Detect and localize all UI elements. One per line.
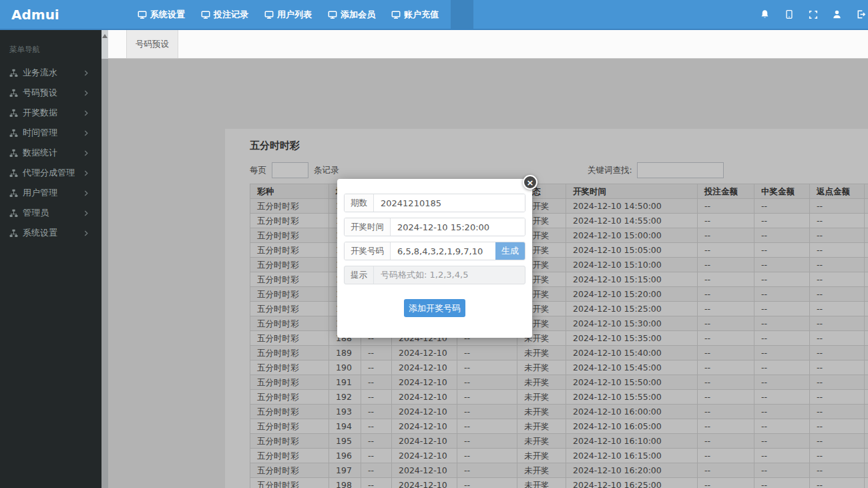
sidebar-menu: 业务流水号码预设开奖数据时间管理数据统计代理分成管理用户管理管理员系统设置 — [0, 63, 101, 243]
sidebar-item-label: 数据统计 — [23, 147, 57, 159]
bell-button[interactable] — [759, 9, 771, 19]
chevron-right-icon — [83, 90, 89, 96]
navbar-item[interactable]: 账户充值 — [387, 0, 443, 29]
sidebar-item-label: 系统设置 — [23, 227, 57, 239]
modal-fields: 期数开奖时间开奖号码生成提示号码格式如: 1,2,3,4,5 — [344, 194, 525, 284]
tab-bar: 号码预设 — [108, 30, 868, 59]
tab-label: 号码预设 — [136, 39, 169, 50]
sidebar-item-label: 代理分成管理 — [23, 167, 75, 179]
draw-numbers-group: 开奖号码生成 — [344, 242, 525, 260]
chevron-right-icon — [83, 190, 89, 196]
navbar-item[interactable]: 用户列表 — [260, 0, 316, 29]
chevron-right-icon — [83, 150, 89, 156]
user-button[interactable] — [831, 9, 843, 19]
sidebar-item[interactable]: 数据统计 — [0, 143, 101, 163]
sidebar-item[interactable]: 用户管理 — [0, 183, 101, 203]
tablet-icon — [785, 9, 794, 19]
brand-name: Admui — [11, 7, 59, 23]
puzzle-icon — [9, 89, 18, 97]
sidebar-item-label: 业务流水 — [23, 67, 57, 79]
sidebar-item[interactable]: 代理分成管理 — [0, 163, 101, 183]
monitor-icon — [328, 10, 337, 19]
navbar-right-icons — [759, 9, 868, 19]
chevron-right-icon — [83, 210, 89, 216]
fullscreen-icon — [809, 10, 818, 19]
puzzle-icon — [9, 129, 18, 138]
sidebar-item[interactable]: 系统设置 — [0, 223, 101, 243]
navbar-item-label: 投注记录 — [214, 9, 248, 21]
top-navbar: Admui 系统设置投注记录用户列表添加会员账户充值 — [0, 0, 868, 30]
user-icon — [832, 9, 842, 19]
draw-time-group: 开奖时间 — [344, 218, 525, 236]
navbar-item[interactable]: 添加会员 — [324, 0, 379, 29]
sidebar-item-label: 时间管理 — [23, 127, 57, 139]
navbar-item-label: 系统设置 — [150, 9, 185, 21]
monitor-icon — [264, 10, 274, 19]
sidebar-item-label: 用户管理 — [23, 187, 57, 199]
tablet-button[interactable] — [783, 9, 795, 19]
logout-icon — [856, 9, 866, 19]
monitor-icon — [391, 10, 401, 19]
puzzle-icon — [9, 209, 18, 218]
navbar-item-label: 账户充值 — [404, 9, 439, 21]
sidebar-item[interactable]: 开奖数据 — [0, 103, 101, 123]
puzzle-icon — [9, 229, 18, 238]
hint-text: 号码格式如: 1,2,3,4,5 — [374, 266, 525, 284]
logout-button[interactable] — [855, 9, 867, 19]
more-menu-button[interactable] — [451, 0, 473, 29]
add-draw-number-button[interactable]: 添加开奖号码 — [404, 299, 465, 317]
puzzle-icon — [9, 169, 18, 178]
chevron-right-icon — [83, 130, 89, 136]
navbar-item-label: 添加会员 — [341, 9, 375, 21]
sidebar: 菜单导航 业务流水号码预设开奖数据时间管理数据统计代理分成管理用户管理管理员系统… — [0, 30, 101, 488]
sidebar-item[interactable]: 管理员 — [0, 203, 101, 223]
sidebar-item-label: 管理员 — [23, 207, 49, 219]
puzzle-icon — [9, 69, 18, 77]
draw-numbers-label: 开奖号码 — [345, 242, 391, 260]
bell-icon — [760, 9, 770, 19]
sidebar-item[interactable]: 时间管理 — [0, 123, 101, 143]
scroll-up-arrow-icon[interactable] — [102, 34, 107, 38]
monitor-icon — [138, 10, 147, 19]
issue-number-label: 期数 — [345, 194, 374, 212]
fullscreen-button[interactable] — [807, 10, 819, 19]
draw-time-label: 开奖时间 — [345, 218, 391, 236]
draw-numbers-input[interactable] — [391, 242, 495, 260]
tab-number-preset[interactable]: 号码预设 — [126, 30, 178, 58]
sidebar-section-label: 菜单导航 — [0, 30, 101, 63]
chevron-right-icon — [83, 230, 89, 236]
draw-time-input[interactable] — [391, 218, 525, 236]
sidebar-item[interactable]: 号码预设 — [0, 83, 101, 103]
issue-number-group: 期数 — [344, 194, 525, 212]
navbar-item[interactable]: 投注记录 — [197, 0, 252, 29]
navbar-item[interactable]: 系统设置 — [134, 0, 189, 29]
puzzle-icon — [9, 109, 18, 117]
hint-group: 提示号码格式如: 1,2,3,4,5 — [344, 266, 525, 284]
chevron-right-icon — [83, 70, 89, 76]
navbar-item-label: 用户列表 — [277, 9, 312, 21]
sidebar-item-label: 号码预设 — [23, 87, 57, 99]
add-draw-number-dialog: × 期数开奖时间开奖号码生成提示号码格式如: 1,2,3,4,5 添加开奖号码 — [337, 179, 532, 338]
sidebar-item[interactable]: 业务流水 — [0, 63, 101, 83]
navbar-menu: 系统设置投注记录用户列表添加会员账户充值 — [134, 0, 443, 29]
chevron-right-icon — [83, 110, 89, 116]
generate-button[interactable]: 生成 — [495, 242, 525, 260]
brand: Admui — [0, 7, 101, 23]
puzzle-icon — [9, 189, 18, 198]
monitor-icon — [201, 10, 210, 19]
sidebar-item-label: 开奖数据 — [23, 107, 57, 119]
puzzle-icon — [9, 149, 18, 158]
close-icon[interactable]: × — [523, 175, 537, 190]
hint-label: 提示 — [345, 266, 374, 284]
refresh-button[interactable] — [860, 37, 868, 51]
issue-number-input[interactable] — [374, 194, 525, 212]
chevron-right-icon — [83, 170, 89, 176]
